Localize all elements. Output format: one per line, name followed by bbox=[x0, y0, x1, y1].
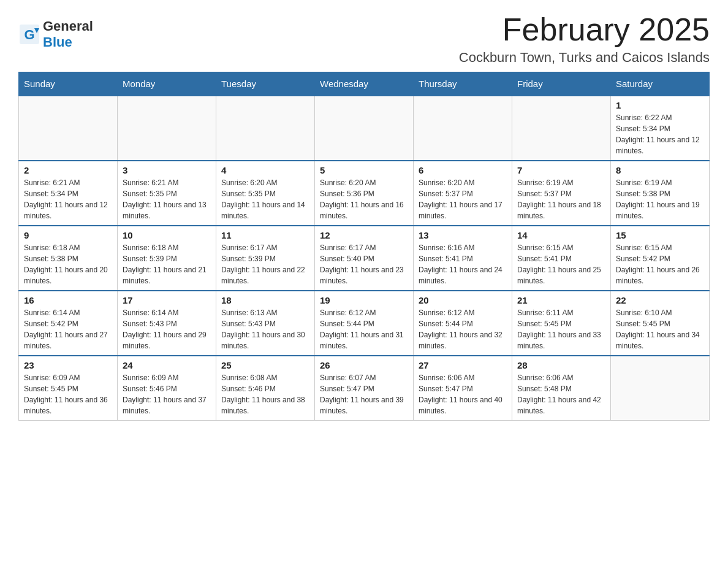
day-number: 10 bbox=[123, 230, 211, 240]
month-title: February 2025 bbox=[459, 12, 710, 47]
day-cell bbox=[414, 96, 512, 161]
day-info: Sunrise: 6:17 AMSunset: 5:40 PMDaylight:… bbox=[320, 242, 408, 286]
day-number: 26 bbox=[320, 360, 408, 370]
day-info: Sunrise: 6:10 AMSunset: 5:45 PMDaylight:… bbox=[616, 307, 704, 351]
day-info: Sunrise: 6:19 AMSunset: 5:37 PMDaylight:… bbox=[517, 177, 605, 221]
day-number: 4 bbox=[221, 165, 309, 175]
day-cell: 15Sunrise: 6:15 AMSunset: 5:42 PMDayligh… bbox=[611, 226, 710, 291]
day-info: Sunrise: 6:09 AMSunset: 5:45 PMDaylight:… bbox=[24, 372, 112, 416]
day-cell: 23Sunrise: 6:09 AMSunset: 5:45 PMDayligh… bbox=[19, 356, 118, 421]
day-cell: 2Sunrise: 6:21 AMSunset: 5:34 PMDaylight… bbox=[19, 161, 118, 226]
day-number: 17 bbox=[123, 295, 211, 305]
day-number: 27 bbox=[419, 360, 507, 370]
day-cell: 22Sunrise: 6:10 AMSunset: 5:45 PMDayligh… bbox=[611, 291, 710, 356]
week-row-3: 9Sunrise: 6:18 AMSunset: 5:38 PMDaylight… bbox=[19, 226, 710, 291]
day-cell: 19Sunrise: 6:12 AMSunset: 5:44 PMDayligh… bbox=[315, 291, 414, 356]
day-number: 25 bbox=[221, 360, 309, 370]
day-info: Sunrise: 6:06 AMSunset: 5:48 PMDaylight:… bbox=[517, 372, 605, 416]
day-info: Sunrise: 6:19 AMSunset: 5:38 PMDaylight:… bbox=[616, 177, 704, 221]
logo: G General Blue bbox=[18, 18, 93, 50]
day-number: 2 bbox=[24, 165, 112, 175]
page-header: G General Blue February 2025 Cockburn To… bbox=[18, 12, 710, 66]
day-info: Sunrise: 6:17 AMSunset: 5:39 PMDaylight:… bbox=[221, 242, 309, 286]
day-info: Sunrise: 6:09 AMSunset: 5:46 PMDaylight:… bbox=[123, 372, 211, 416]
day-number: 23 bbox=[24, 360, 112, 370]
day-info: Sunrise: 6:14 AMSunset: 5:42 PMDaylight:… bbox=[24, 307, 112, 351]
day-number: 12 bbox=[320, 230, 408, 240]
day-cell: 17Sunrise: 6:14 AMSunset: 5:43 PMDayligh… bbox=[118, 291, 216, 356]
day-info: Sunrise: 6:20 AMSunset: 5:36 PMDaylight:… bbox=[320, 177, 408, 221]
day-cell: 1Sunrise: 6:22 AMSunset: 5:34 PMDaylight… bbox=[611, 96, 710, 161]
day-cell: 8Sunrise: 6:19 AMSunset: 5:38 PMDaylight… bbox=[611, 161, 710, 226]
day-number: 18 bbox=[221, 295, 309, 305]
location-title: Cockburn Town, Turks and Caicos Islands bbox=[459, 50, 710, 66]
day-cell bbox=[315, 96, 414, 161]
day-cell: 7Sunrise: 6:19 AMSunset: 5:37 PMDaylight… bbox=[512, 161, 611, 226]
day-cell: 13Sunrise: 6:16 AMSunset: 5:41 PMDayligh… bbox=[414, 226, 512, 291]
day-cell: 3Sunrise: 6:21 AMSunset: 5:35 PMDaylight… bbox=[118, 161, 216, 226]
day-info: Sunrise: 6:13 AMSunset: 5:43 PMDaylight:… bbox=[221, 307, 309, 351]
day-number: 6 bbox=[419, 165, 507, 175]
svg-text:G: G bbox=[24, 27, 34, 42]
week-row-1: 1Sunrise: 6:22 AMSunset: 5:34 PMDaylight… bbox=[19, 96, 710, 161]
day-number: 8 bbox=[616, 165, 704, 175]
title-section: February 2025 Cockburn Town, Turks and C… bbox=[459, 12, 710, 66]
week-row-4: 16Sunrise: 6:14 AMSunset: 5:42 PMDayligh… bbox=[19, 291, 710, 356]
day-cell: 28Sunrise: 6:06 AMSunset: 5:48 PMDayligh… bbox=[512, 356, 611, 421]
day-number: 13 bbox=[419, 230, 507, 240]
day-cell: 5Sunrise: 6:20 AMSunset: 5:36 PMDaylight… bbox=[315, 161, 414, 226]
day-number: 14 bbox=[517, 230, 605, 240]
day-cell: 12Sunrise: 6:17 AMSunset: 5:40 PMDayligh… bbox=[315, 226, 414, 291]
day-cell: 25Sunrise: 6:08 AMSunset: 5:46 PMDayligh… bbox=[216, 356, 315, 421]
day-number: 16 bbox=[24, 295, 112, 305]
day-cell bbox=[216, 96, 315, 161]
day-cell: 4Sunrise: 6:20 AMSunset: 5:35 PMDaylight… bbox=[216, 161, 315, 226]
day-number: 15 bbox=[616, 230, 704, 240]
day-cell: 18Sunrise: 6:13 AMSunset: 5:43 PMDayligh… bbox=[216, 291, 315, 356]
day-info: Sunrise: 6:14 AMSunset: 5:43 PMDaylight:… bbox=[123, 307, 211, 351]
day-number: 19 bbox=[320, 295, 408, 305]
day-cell: 11Sunrise: 6:17 AMSunset: 5:39 PMDayligh… bbox=[216, 226, 315, 291]
day-cell: 10Sunrise: 6:18 AMSunset: 5:39 PMDayligh… bbox=[118, 226, 216, 291]
day-info: Sunrise: 6:21 AMSunset: 5:35 PMDaylight:… bbox=[123, 177, 211, 221]
day-cell: 21Sunrise: 6:11 AMSunset: 5:45 PMDayligh… bbox=[512, 291, 611, 356]
day-number: 22 bbox=[616, 295, 704, 305]
day-number: 3 bbox=[123, 165, 211, 175]
col-header-tuesday: Tuesday bbox=[216, 72, 315, 96]
day-cell: 16Sunrise: 6:14 AMSunset: 5:42 PMDayligh… bbox=[19, 291, 118, 356]
col-header-thursday: Thursday bbox=[414, 72, 512, 96]
day-cell bbox=[512, 96, 611, 161]
col-header-saturday: Saturday bbox=[611, 72, 710, 96]
day-number: 11 bbox=[221, 230, 309, 240]
col-header-wednesday: Wednesday bbox=[315, 72, 414, 96]
day-number: 7 bbox=[517, 165, 605, 175]
day-cell: 6Sunrise: 6:20 AMSunset: 5:37 PMDaylight… bbox=[414, 161, 512, 226]
calendar-table: SundayMondayTuesdayWednesdayThursdayFrid… bbox=[18, 72, 710, 421]
header-row: SundayMondayTuesdayWednesdayThursdayFrid… bbox=[19, 72, 710, 96]
day-info: Sunrise: 6:21 AMSunset: 5:34 PMDaylight:… bbox=[24, 177, 112, 221]
day-cell: 24Sunrise: 6:09 AMSunset: 5:46 PMDayligh… bbox=[118, 356, 216, 421]
day-info: Sunrise: 6:06 AMSunset: 5:47 PMDaylight:… bbox=[419, 372, 507, 416]
day-cell bbox=[611, 356, 710, 421]
day-info: Sunrise: 6:07 AMSunset: 5:47 PMDaylight:… bbox=[320, 372, 408, 416]
logo-icon: G bbox=[18, 23, 40, 45]
day-info: Sunrise: 6:20 AMSunset: 5:37 PMDaylight:… bbox=[419, 177, 507, 221]
col-header-sunday: Sunday bbox=[19, 72, 118, 96]
day-number: 28 bbox=[517, 360, 605, 370]
day-info: Sunrise: 6:11 AMSunset: 5:45 PMDaylight:… bbox=[517, 307, 605, 351]
logo-general-text: General bbox=[43, 18, 93, 34]
week-row-2: 2Sunrise: 6:21 AMSunset: 5:34 PMDaylight… bbox=[19, 161, 710, 226]
day-cell: 26Sunrise: 6:07 AMSunset: 5:47 PMDayligh… bbox=[315, 356, 414, 421]
day-info: Sunrise: 6:20 AMSunset: 5:35 PMDaylight:… bbox=[221, 177, 309, 221]
day-info: Sunrise: 6:12 AMSunset: 5:44 PMDaylight:… bbox=[320, 307, 408, 351]
day-info: Sunrise: 6:08 AMSunset: 5:46 PMDaylight:… bbox=[221, 372, 309, 416]
day-info: Sunrise: 6:18 AMSunset: 5:38 PMDaylight:… bbox=[24, 242, 112, 286]
day-cell: 9Sunrise: 6:18 AMSunset: 5:38 PMDaylight… bbox=[19, 226, 118, 291]
day-number: 20 bbox=[419, 295, 507, 305]
day-info: Sunrise: 6:22 AMSunset: 5:34 PMDaylight:… bbox=[616, 112, 704, 156]
day-info: Sunrise: 6:12 AMSunset: 5:44 PMDaylight:… bbox=[419, 307, 507, 351]
day-number: 9 bbox=[24, 230, 112, 240]
col-header-friday: Friday bbox=[512, 72, 611, 96]
day-number: 21 bbox=[517, 295, 605, 305]
day-number: 5 bbox=[320, 165, 408, 175]
